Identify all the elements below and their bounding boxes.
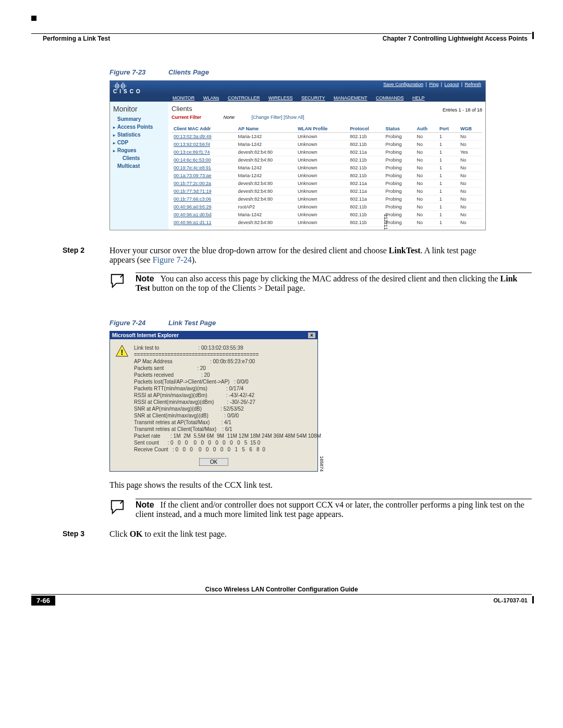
table-row: 00:1a:73:09:73:aeMaria-1242Unknown802.11…	[172, 172, 482, 180]
cell: Probing	[384, 156, 415, 164]
cell: Maria-1242	[236, 164, 296, 172]
cell: No	[458, 141, 482, 149]
client-mac-link[interactable]: 00:19:7e:4c:e8:91	[172, 164, 236, 172]
sidebar-cdp[interactable]: CDP	[113, 140, 165, 145]
sidebar-summary[interactable]: Summary	[113, 116, 165, 122]
cell: No	[458, 180, 482, 188]
cell: Probing	[384, 164, 415, 172]
cisco-logo: ·ı|ı·ı|ı· CISCO	[113, 82, 143, 94]
nav-controller[interactable]: CONTROLLER	[228, 95, 260, 101]
cell: 1	[437, 188, 458, 195]
nav-wireless[interactable]: WIRELESS	[268, 95, 293, 101]
warning-icon: !	[115, 344, 129, 358]
col-header: AP Name	[236, 125, 296, 133]
cell: No	[414, 149, 437, 156]
nav-management[interactable]: MANAGEMENT	[334, 95, 368, 101]
cell: No	[414, 188, 437, 195]
cell: 802.11b	[348, 141, 383, 149]
cell: 802.11b	[348, 172, 383, 180]
footer-title: Cisco Wireless LAN Controller Configurat…	[31, 586, 532, 595]
sidebar-rogues[interactable]: Rogues	[113, 147, 165, 153]
client-mac-link[interactable]: 00:1b:77:66:c3:06	[172, 195, 236, 203]
client-mac-link[interactable]: 00:1a:73:09:73:ae	[172, 172, 236, 180]
client-mac-link[interactable]: 00:40:96:a1:d1:11	[172, 219, 236, 227]
cell: Unknown	[296, 141, 348, 149]
step-3-label: Step 3	[63, 529, 109, 539]
cell: Maria-1242	[236, 172, 296, 180]
cell: No	[458, 195, 482, 203]
ping-link[interactable]: Ping	[428, 82, 439, 87]
table-row: 00:19:7e:4c:e8:91Maria-1242Unknown802.11…	[172, 164, 482, 172]
cell: No	[414, 133, 437, 141]
cell: Yes	[458, 149, 482, 156]
cell: Unknown	[296, 172, 348, 180]
close-icon[interactable]: ×	[308, 332, 315, 338]
cell: 802.11b	[348, 133, 383, 141]
table-row: 00:13:02:3a:d9:49Maria-1242Unknown802.11…	[172, 133, 482, 141]
cell: 802.11b	[348, 211, 383, 219]
nav-help[interactable]: HELP	[412, 95, 425, 101]
cell: Maria-1242	[236, 211, 296, 219]
page-header: Performing a Link Test Chapter 7 Control…	[31, 33, 532, 42]
table-row: 00:13:ce:89:f1:74devesh:82:b4:80Unknown8…	[172, 149, 482, 156]
cell: 802.11a	[348, 180, 383, 188]
cell: Probing	[384, 133, 415, 141]
client-mac-link[interactable]: 00:13:02:3a:d9:49	[172, 133, 236, 141]
nav-commands[interactable]: COMMANDS	[376, 95, 404, 101]
cell: devesh:82:b4:80	[236, 195, 296, 203]
client-mac-link[interactable]: 00:13:92:02:b6:f4	[172, 141, 236, 149]
client-mac-link[interactable]: 00:1b:77:2c:00:2a	[172, 180, 236, 188]
step-3-text: Click OK to exit the link test page.	[109, 529, 500, 539]
col-header: Client MAC Addr	[172, 125, 236, 133]
cell: No	[414, 219, 437, 227]
cell: Unknown	[296, 211, 348, 219]
sidebar-statistics[interactable]: Statistics	[113, 132, 165, 138]
filter-links[interactable]: [Change Filter] [Show All]	[252, 115, 304, 120]
clients-heading: Clients	[172, 105, 192, 113]
col-header: WLAN Profile	[296, 125, 348, 133]
page-number: 7-66	[31, 596, 55, 606]
client-mac-link[interactable]: 00:40:96:a1:d0:bd	[172, 211, 236, 219]
corner-marker	[31, 16, 36, 21]
page-footer: Cisco Wireless LAN Controller Configurat…	[31, 586, 532, 606]
client-mac-link[interactable]: 00:14:6c:6c:53:00	[172, 156, 236, 164]
note-2: NoteIf the client and/or controller does…	[109, 499, 532, 519]
nav-security[interactable]: SECURITY	[301, 95, 325, 101]
logout-link[interactable]: Logout	[444, 82, 460, 87]
cell: rootAP2	[236, 203, 296, 211]
save-config-link[interactable]: Save Configuration	[382, 82, 424, 87]
cell: 1	[437, 195, 458, 203]
cell: No	[414, 164, 437, 172]
sidebar-multicast[interactable]: Multicast	[113, 163, 165, 169]
table-row: 00:14:6c:6c:53:00devesh:82:b4:80Unknown8…	[172, 156, 482, 164]
ok-button[interactable]: OK	[199, 458, 228, 466]
nav-monitor[interactable]: MONITOR	[173, 95, 194, 101]
cell: Unknown	[296, 180, 348, 188]
cell: No	[414, 180, 437, 188]
cell: 802.11a	[348, 149, 383, 156]
sidebar-clients[interactable]: Clients	[118, 155, 165, 161]
table-row: 00:1b:77:2c:00:2adevesh:82:b4:80Unknown8…	[172, 180, 482, 188]
cell: 802.11a	[348, 195, 383, 203]
cell: No	[414, 203, 437, 211]
client-mac-link[interactable]: 00:1b:77:3d:71:19	[172, 188, 236, 195]
col-header: Protocol	[348, 125, 383, 133]
client-mac-link[interactable]: 00:13:ce:89:f1:74	[172, 149, 236, 156]
client-mac-link[interactable]: 00:40:96:a0:b5:29	[172, 203, 236, 211]
sidebar: Monitor Summary Access Points Statistics…	[110, 102, 168, 230]
cell: 802.11a	[348, 188, 383, 195]
cell: 802.11b	[348, 219, 383, 227]
table-row: 00:40:96:a1:d1:11devesh:82:b4:80Unknown8…	[172, 219, 482, 227]
main-nav: MONITOR WLANs CONTROLLER WIRELESS SECURI…	[110, 94, 485, 102]
col-header: Status	[384, 125, 415, 133]
cell: No	[458, 219, 482, 227]
table-row: 00:40:96:a0:b5:29rootAP2Unknown802.11bPr…	[172, 203, 482, 211]
refresh-link[interactable]: Refresh	[463, 82, 482, 87]
entries-count: Entries 1 - 18 of 18	[443, 107, 482, 113]
cell: 802.11b	[348, 156, 383, 164]
cell: 1	[437, 156, 458, 164]
cell: Probing	[384, 141, 415, 149]
cell: devesh:82:b4:80	[236, 180, 296, 188]
sidebar-access-points[interactable]: Access Points	[113, 124, 165, 130]
nav-wlans[interactable]: WLANs	[203, 95, 219, 101]
